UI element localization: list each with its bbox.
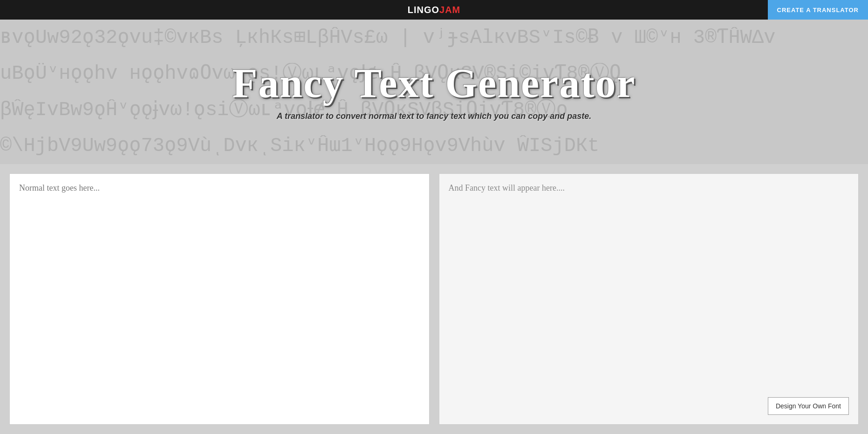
bg-text-row-4: ©\HjbV9Uw9ǫǫ73ǫ9VùͺDvкͺSiкᵛĤɯ1ᵛНǫǫ9Нǫv9V… — [0, 135, 868, 157]
hero-section: ʙvǫUw92ǫ32ǫvu‡©vкBs ĻкhКs⊞LβĤVs£ω | vʲɟs… — [0, 20, 868, 164]
logo-jam: JAM — [439, 5, 460, 15]
input-panel — [9, 173, 430, 425]
page-title: Fancy Text Generator — [232, 63, 636, 104]
hero-content: Fancy Text Generator A translator to con… — [232, 63, 636, 121]
bg-text-row-1: ʙvǫUw92ǫ32ǫvu‡©vкBs ĻкhКs⊞LβĤVs£ω | vʲɟs… — [0, 27, 868, 48]
create-translator-button[interactable]: CREATE A TRANSLATOR — [768, 0, 868, 20]
main-content: And Fancy text will appear here.... Desi… — [0, 164, 868, 434]
output-panel: And Fancy text will appear here.... Desi… — [439, 173, 859, 425]
panel-divider — [430, 173, 439, 425]
logo[interactable]: LINGO JAM — [408, 5, 461, 15]
subtitle: A translator to convert normal text to f… — [232, 111, 636, 121]
design-font-button[interactable]: Design Your Own Font — [768, 397, 849, 415]
navbar: LINGO JAM CREATE A TRANSLATOR — [0, 0, 868, 20]
fancy-text-output: And Fancy text will appear here.... — [449, 183, 849, 407]
logo-lingo: LINGO — [408, 5, 439, 15]
normal-text-input[interactable] — [19, 183, 420, 415]
